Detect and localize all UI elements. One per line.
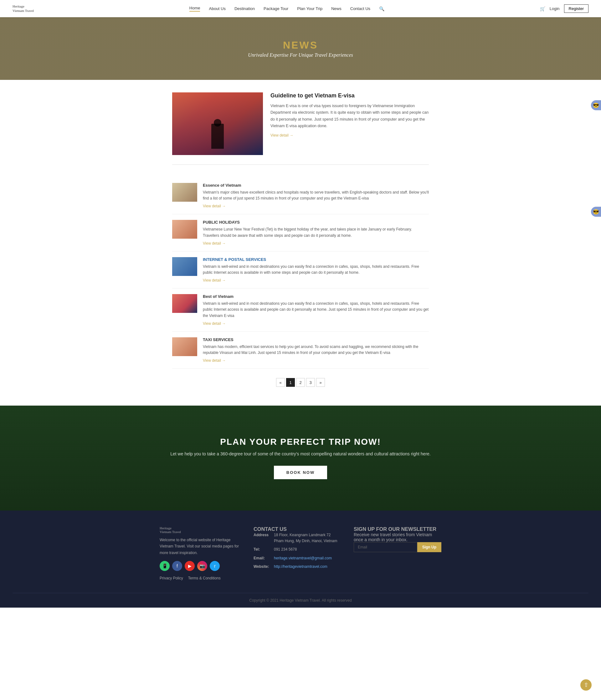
page-1[interactable]: 1 bbox=[286, 378, 295, 387]
featured-title: Guideline to get Vietnam E-visa bbox=[270, 92, 429, 99]
footer-logo: Heritage Vietnam Travel bbox=[160, 526, 241, 534]
news-item-image bbox=[172, 294, 197, 313]
cart-icon[interactable]: 🛒 bbox=[540, 6, 545, 11]
newsletter-form: Sign Up bbox=[354, 542, 441, 552]
news-item-title: TAXI SERVICES bbox=[203, 337, 429, 342]
logo-line2: Vietnam Travel bbox=[12, 9, 34, 13]
news-item-description: Vietnam has modern, efficient taxi servi… bbox=[203, 344, 429, 356]
search-icon[interactable]: 🔍 bbox=[379, 6, 384, 11]
nav-news[interactable]: News bbox=[331, 6, 341, 11]
float-icon-1[interactable]: 😎 bbox=[591, 100, 601, 110]
news-item-view-detail[interactable]: View detail → bbox=[203, 358, 226, 363]
header: Heritage Vietnam Travel Home About Us De… bbox=[0, 0, 601, 17]
nav-about[interactable]: About Us bbox=[209, 6, 226, 11]
news-item-image bbox=[172, 257, 197, 276]
footer-description: Welcome to the official website of Herit… bbox=[160, 537, 241, 556]
footer-contact: CONTACT US Address 18 Floor, Keangnam La… bbox=[254, 526, 341, 580]
float-icon-2[interactable]: 😎 bbox=[591, 207, 601, 217]
news-item: Best of Vietnam Vietnam is well-wired an… bbox=[172, 289, 429, 332]
footer: Heritage Vietnam Travel Welcome to the o… bbox=[0, 510, 601, 608]
logo[interactable]: Heritage Vietnam Travel bbox=[12, 4, 34, 12]
news-item-image-content bbox=[172, 257, 197, 276]
news-item-title: INTERNET & POSTAL SERVICES bbox=[203, 257, 429, 262]
main-content: Guideline to get Vietnam E-visa Vietnam … bbox=[172, 80, 429, 406]
news-item-view-detail[interactable]: View detail → bbox=[203, 278, 226, 282]
footer-brand: Heritage Vietnam Travel Welcome to the o… bbox=[160, 526, 241, 580]
cta-description: Let we help you to take a 360-degree tou… bbox=[12, 451, 589, 456]
news-item-image bbox=[172, 220, 197, 239]
logo-line1: Heritage bbox=[12, 4, 34, 8]
contact-address-label: Address bbox=[254, 532, 271, 544]
contact-tel-label: Tel: bbox=[254, 547, 271, 552]
page-2[interactable]: 2 bbox=[296, 378, 305, 387]
login-link[interactable]: Login bbox=[550, 6, 560, 11]
register-button[interactable]: Register bbox=[564, 4, 589, 13]
privacy-policy-link[interactable]: Privacy Policy bbox=[160, 576, 183, 580]
footer-newsletter: SIGN UP FOR OUR NEWSLETTER Receive new t… bbox=[354, 526, 441, 580]
news-item-title: Best of Vietnam bbox=[203, 294, 429, 299]
page-3[interactable]: 3 bbox=[306, 378, 315, 387]
nav-contact[interactable]: Contact Us bbox=[350, 6, 370, 11]
contact-email-row: Email: heritage.vietnamtravel@gmail.com bbox=[254, 555, 341, 561]
news-list: Essence of Vietnam Vietnam's major citie… bbox=[172, 177, 429, 369]
contact-heading: CONTACT US bbox=[254, 526, 341, 532]
featured-text: Guideline to get Vietnam E-visa Vietnam … bbox=[270, 92, 429, 155]
news-item-title: Essence of Vietnam bbox=[203, 183, 429, 188]
nav-plan[interactable]: Plan Your Trip bbox=[297, 6, 322, 11]
contact-email-label: Email: bbox=[254, 555, 271, 561]
contact-tel-value: 091 234 5678 bbox=[274, 547, 297, 552]
footer-logo-line2: Vietnam Travel bbox=[160, 530, 241, 534]
featured-view-detail[interactable]: View detail → bbox=[270, 133, 293, 138]
news-item: INTERNET & POSTAL SERVICES Vietnam is we… bbox=[172, 251, 429, 289]
footer-links: Privacy Policy Terms & Conditions bbox=[160, 576, 241, 580]
copyright: Copyright © 2021 Heritage Vietnam Travel… bbox=[249, 598, 351, 603]
hero-title: NEWS bbox=[248, 40, 353, 51]
news-item-image bbox=[172, 337, 197, 356]
cta-section: PLAN YOUR PERFECT TRIP NOW! Let we help … bbox=[0, 406, 601, 510]
newsletter-signup-button[interactable]: Sign Up bbox=[417, 542, 441, 552]
book-now-button[interactable]: BOOK NOW bbox=[274, 466, 327, 479]
cta-title: PLAN YOUR PERFECT TRIP NOW! bbox=[12, 437, 589, 447]
news-item-image-content bbox=[172, 294, 197, 313]
footer-bottom: Copyright © 2021 Heritage Vietnam Travel… bbox=[12, 593, 589, 608]
nav-home[interactable]: Home bbox=[189, 6, 200, 11]
hero-content: NEWS Unrivaled Expertise For Unique Trav… bbox=[248, 40, 353, 58]
news-item-image-content bbox=[172, 183, 197, 202]
newsletter-email-input[interactable] bbox=[354, 542, 417, 552]
contact-address-row: Address 18 Floor, Keangnam Landmark 72 P… bbox=[254, 532, 341, 544]
news-item-view-detail[interactable]: View detail → bbox=[203, 321, 226, 326]
hero-section: NEWS Unrivaled Expertise For Unique Trav… bbox=[0, 17, 601, 80]
news-item-description: Vietnamese Lunar New Year Festival (Tet)… bbox=[203, 226, 429, 238]
contact-tel-row: Tel: 091 234 5678 bbox=[254, 547, 341, 552]
newsletter-heading: SIGN UP FOR OUR NEWSLETTER bbox=[354, 526, 441, 532]
social-facebook[interactable]: f bbox=[172, 561, 182, 571]
news-item-description: Vietnam is well-wired and in most destin… bbox=[203, 264, 429, 276]
news-item: PUBLIC HOLIDAYS Vietnamese Lunar New Yea… bbox=[172, 214, 429, 251]
nav-destination[interactable]: Destination bbox=[234, 6, 255, 11]
news-item-text: Essence of Vietnam Vietnam's major citie… bbox=[203, 183, 429, 208]
news-item-view-detail[interactable]: View detail → bbox=[203, 204, 226, 208]
terms-link[interactable]: Terms & Conditions bbox=[188, 576, 221, 580]
contact-website-value[interactable]: http://heritagevietnamtravel.com bbox=[274, 564, 328, 570]
page-prev[interactable]: « bbox=[276, 378, 285, 387]
news-item: Essence of Vietnam Vietnam's major citie… bbox=[172, 177, 429, 214]
contact-email-value[interactable]: heritage.vietnamtravel@gmail.com bbox=[274, 555, 332, 561]
news-item-text: TAXI SERVICES Vietnam has modern, effici… bbox=[203, 337, 429, 363]
featured-article: Guideline to get Vietnam E-visa Vietnam … bbox=[172, 92, 429, 165]
social-twitter[interactable]: 𝕣 bbox=[210, 561, 220, 571]
footer-grid: Heritage Vietnam Travel Welcome to the o… bbox=[160, 526, 441, 593]
newsletter-description: Receive new travel stories from Vietnam … bbox=[354, 532, 441, 542]
footer-logo-line1: Heritage bbox=[160, 526, 241, 530]
news-item-image-content bbox=[172, 220, 197, 239]
social-wechat[interactable]: 📱 bbox=[160, 561, 169, 571]
header-right: 🛒 Login Register bbox=[540, 4, 589, 13]
news-item-text: INTERNET & POSTAL SERVICES Vietnam is we… bbox=[203, 257, 429, 282]
page-next[interactable]: » bbox=[316, 378, 325, 387]
nav-package[interactable]: Package Tour bbox=[264, 6, 288, 11]
contact-address-value: 18 Floor, Keangnam Landmark 72 Pham Hung… bbox=[274, 532, 341, 544]
social-instagram[interactable]: 📷 bbox=[197, 561, 207, 571]
news-item-image bbox=[172, 183, 197, 202]
social-youtube[interactable]: ▶ bbox=[185, 561, 195, 571]
news-item: TAXI SERVICES Vietnam has modern, effici… bbox=[172, 332, 429, 369]
news-item-view-detail[interactable]: View detail → bbox=[203, 241, 226, 246]
